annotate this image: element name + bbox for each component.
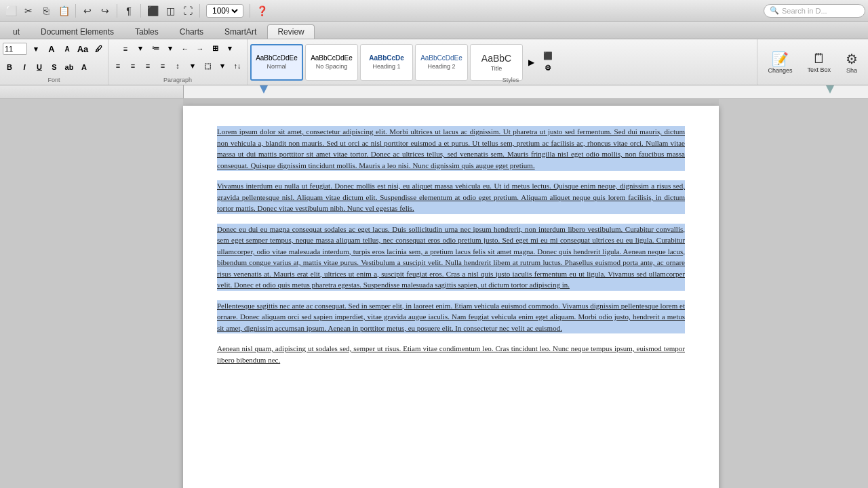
redo-icon[interactable]: ↪ (97, 3, 113, 19)
line-spacing-btn[interactable]: ↕ (171, 60, 184, 72)
num-dropdown[interactable]: ▾ (163, 43, 177, 55)
view-icon[interactable]: ⬛ (144, 3, 161, 19)
sha-btn[interactable]: ⚙ Sha (841, 45, 863, 79)
textbox-label: Text Box (807, 66, 831, 73)
bullet-dropdown[interactable]: ▾ (134, 43, 147, 55)
search-bar[interactable]: 🔍 Search in D... (764, 4, 865, 18)
sort-btn[interactable]: ↑↓ (231, 60, 244, 72)
search-placeholder: Search in D... (782, 7, 827, 15)
ruler-tab[interactable] (260, 85, 268, 94)
document-area: Lorem ipsum dolor sit amet, consectetur … (0, 99, 868, 488)
style-title-label: Title (491, 65, 502, 72)
font-color-btn[interactable]: A (77, 61, 91, 73)
document-page: Lorem ipsum dolor sit amet, consectetur … (183, 106, 719, 488)
tab-charts[interactable]: Charts (170, 24, 214, 39)
font-grow-btn[interactable]: A (45, 43, 58, 55)
styles-expand-btn[interactable]: ⬛ (542, 51, 554, 62)
font-section: 11 ▾ A A Aa 🖊 B I U S ab A Font (0, 39, 108, 85)
textbox-icon: 🗒 (812, 51, 826, 66)
zoom-dropdown[interactable]: 100% 50% 75% 125% 150% 200% (210, 5, 240, 16)
top-toolbar: ⬜ ✂ ⎘ 📋 ↩ ↪ ¶ ⬛ ◫ ⛶ 100% 50% 75% 125% 15… (0, 0, 868, 22)
tab-tables[interactable]: Tables (125, 24, 169, 39)
font-shrink-btn[interactable]: A (60, 43, 74, 55)
paragraph-2[interactable]: Vivamus interdum eu nulla ut feugiat. Do… (217, 180, 685, 214)
indent-increase[interactable]: → (193, 43, 207, 55)
sha-group: ⚙ Sha (841, 45, 863, 79)
separator-4 (199, 4, 200, 18)
font-size-box[interactable]: 11 (3, 43, 27, 55)
doc-right-margin (719, 99, 868, 488)
tab-ut[interactable]: ut (3, 24, 30, 39)
style-no-spacing[interactable]: AaBbCcDdEe No Spacing (305, 44, 358, 81)
borders-btn[interactable]: ⬚ (201, 60, 214, 72)
search-icon: 🔍 (770, 6, 779, 15)
cut-icon[interactable]: ✂ (20, 3, 37, 19)
styles-section: AaBbCcDdEe Normal AaBbCcDdEe No Spacing … (248, 39, 757, 85)
align-justify-btn[interactable]: ≡ (156, 60, 170, 72)
copy-icon[interactable]: ⎘ (38, 3, 54, 19)
align-left-btn[interactable]: ≡ (111, 60, 125, 72)
tab-smartart[interactable]: SmartArt (214, 24, 267, 39)
style-no-spacing-label: No Spacing (316, 63, 348, 70)
track-label: Changes (768, 67, 792, 74)
track-icon: 📝 (772, 51, 789, 67)
style-title-preview: AaBbC (481, 53, 511, 64)
zoom-select[interactable]: 100% 50% 75% 125% 150% 200% (206, 4, 243, 18)
style-heading1-label: Heading 1 (372, 63, 400, 70)
new-icon[interactable]: ⬜ (3, 3, 19, 19)
paragraph-3[interactable]: Donec eu dui eu magna consequat sodales … (217, 224, 685, 291)
ruler-tab-right[interactable] (826, 85, 834, 94)
style-heading1-preview: AaBbCcDe (369, 54, 404, 62)
font-row2: B I U S ab A (3, 59, 105, 76)
strikethrough-btn[interactable]: S (47, 61, 61, 73)
zoom-icon[interactable]: ◫ (162, 3, 178, 19)
font-section-label: Font (3, 75, 105, 83)
align-right-btn[interactable]: ≡ (141, 60, 155, 72)
columns-btn[interactable]: ⊞ (208, 43, 222, 55)
num-list-btn[interactable]: ≔ (149, 43, 162, 55)
italic-btn[interactable]: I (18, 61, 31, 73)
borders-dropdown[interactable]: ▾ (216, 60, 229, 72)
indent-decrease[interactable]: ← (178, 43, 192, 55)
tab-bar: ut Document Elements Tables Charts Smart… (0, 22, 868, 39)
separator-5 (250, 4, 250, 18)
paragraph-1[interactable]: Lorem ipsum dolor sit amet, consectetur … (217, 126, 685, 171)
textbox-group: 🗒 Text Box (802, 45, 835, 79)
highlight-btn[interactable]: ab (62, 61, 76, 73)
style-heading1[interactable]: AaBbCcDe Heading 1 (360, 44, 413, 81)
paragraph-5[interactable]: Aenean nisl quam, adipiscing ut sodales … (217, 343, 685, 365)
style-normal[interactable]: AaBbCcDdEe Normal (250, 44, 303, 81)
font-row1: 11 ▾ A A Aa 🖊 (3, 41, 105, 58)
paste-icon[interactable]: 📋 (56, 3, 72, 19)
style-normal-preview: AaBbCcDdEe (256, 54, 298, 62)
para-row1: ≡ ▾ ≔ ▾ ← → ⊞ ▾ (119, 41, 237, 57)
undo-icon[interactable]: ↩ (79, 3, 96, 19)
style-heading2[interactable]: AaBbCcDdEe Heading 2 (415, 44, 468, 81)
bold-btn[interactable]: B (3, 61, 16, 73)
font-size-dropdown[interactable]: ▾ (29, 43, 43, 55)
toolbar-icons: ⬜ ✂ ⎘ 📋 ↩ ↪ ¶ ⬛ ◫ ⛶ 100% 50% 75% 125% 15… (3, 3, 270, 19)
separator-2 (117, 4, 117, 18)
fullscreen-icon[interactable]: ⛶ (180, 3, 196, 19)
font-aa-btn[interactable]: Aa (76, 43, 90, 55)
paragraph-section: ≡ ▾ ≔ ▾ ← → ⊞ ▾ ≡ ≡ ≡ ≡ ↕ ▾ ⬚ ▾ ↑↓ Parag… (108, 39, 248, 85)
tab-review[interactable]: Review (267, 24, 314, 39)
styles-next-arrow[interactable]: ▶ (525, 45, 537, 79)
textbox-btn[interactable]: 🗒 Text Box (802, 45, 835, 79)
font-style-icon[interactable]: 🖊 (92, 43, 105, 55)
ribbon: 11 ▾ A A Aa 🖊 B I U S ab A Font ≡ ▾ ≔ ▾ … (0, 39, 868, 85)
track-changes-btn[interactable]: 📝 Changes (763, 45, 797, 79)
pilcrow-icon[interactable]: ¶ (121, 3, 137, 19)
track-changes-group: 📝 Changes (763, 45, 797, 79)
tab-document-elements[interactable]: Document Elements (31, 24, 124, 39)
doc-left-margin (0, 99, 183, 488)
help-icon[interactable]: ❓ (254, 3, 270, 19)
styles-change-btn[interactable]: ⚙ (542, 63, 554, 74)
align-center-btn[interactable]: ≡ (126, 60, 140, 72)
bullet-list-btn[interactable]: ≡ (119, 43, 132, 55)
underline-btn[interactable]: U (33, 61, 46, 73)
columns-dropdown[interactable]: ▾ (223, 43, 237, 55)
separator-3 (140, 4, 141, 18)
line-spacing-dropdown[interactable]: ▾ (186, 60, 199, 72)
paragraph-4[interactable]: Pellentesque sagittis nec ante ac conseq… (217, 300, 685, 334)
